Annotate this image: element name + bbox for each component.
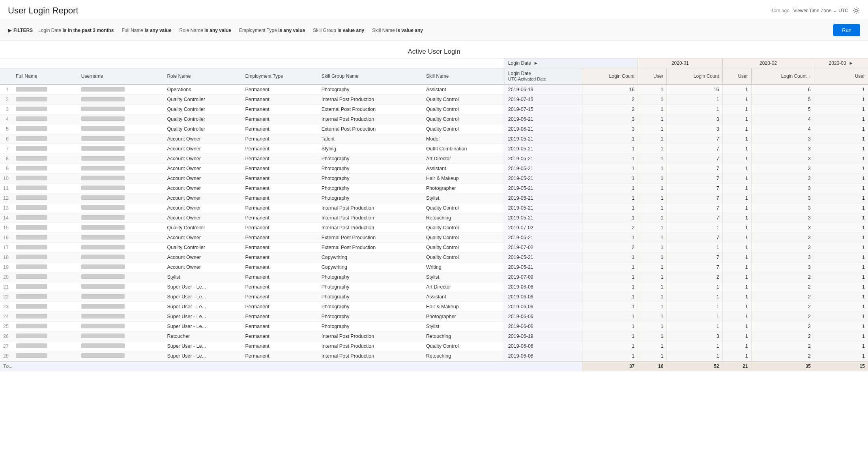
- cell-role: Account Owner: [164, 174, 242, 184]
- cell-m2-u: 1: [722, 302, 751, 312]
- cell-m1-u: 1: [638, 193, 667, 203]
- col-m1-user[interactable]: User: [638, 68, 667, 85]
- cell-m3-u: 1: [814, 144, 868, 154]
- table-row: 8 Account Owner Permanent Photography Ar…: [0, 154, 868, 164]
- col-login-date[interactable]: Login DateUTC Activated Date: [505, 68, 582, 85]
- cell-row-num: 15: [0, 223, 13, 233]
- footer-m1-u: 16: [638, 361, 667, 371]
- cell-row-num: 5: [0, 124, 13, 134]
- cell-row-num: 7: [0, 144, 13, 154]
- cell-login-date: 2019-05-21: [505, 164, 582, 174]
- cell-m2-u: 1: [722, 95, 751, 105]
- nav-arrow-right[interactable]: ►: [534, 60, 539, 66]
- cell-m3-u: 1: [814, 213, 868, 223]
- filter-full-name-op: is any value: [145, 28, 172, 33]
- col-skill-name[interactable]: Skill Name: [423, 68, 505, 85]
- col-m2-lc[interactable]: Login Count: [667, 68, 722, 85]
- filter-full-name-key: Full Name: [122, 28, 145, 33]
- table-row: 26 Retoucher Permanent Internal Post Pro…: [0, 332, 868, 341]
- cell-role: Quality Controller: [164, 105, 242, 114]
- cell-username: [78, 105, 164, 114]
- nav-arrow-right-2[interactable]: ►: [849, 60, 853, 66]
- cell-skill-name: Retouching: [423, 351, 505, 362]
- col-role-name[interactable]: Role Name: [164, 68, 242, 85]
- cell-role: Operations: [164, 84, 242, 95]
- cell-m1-lc: 1: [582, 253, 638, 262]
- cell-skill-group: Photography: [318, 184, 423, 193]
- filter-full-name[interactable]: Full Name is any value: [120, 27, 174, 34]
- cell-login-date: 2019-07-02: [505, 243, 582, 253]
- cell-skill-group: Styling: [318, 144, 423, 154]
- cell-m2-lc: 7: [667, 193, 722, 203]
- filter-emp-type-key: Employment Type: [239, 28, 278, 33]
- cell-m1-u: 1: [638, 203, 667, 213]
- cell-m2-lc: 7: [667, 134, 722, 144]
- col-full-name[interactable]: Full Name: [13, 68, 78, 85]
- cell-full-name: [13, 95, 78, 105]
- cell-role: Account Owner: [164, 203, 242, 213]
- column-header-row: Full Name Username Role Name Employment …: [0, 68, 868, 85]
- cell-m2-u: 1: [722, 105, 751, 114]
- cell-login-date: 2019-06-06: [505, 341, 582, 351]
- run-button[interactable]: Run: [833, 24, 860, 36]
- filter-skill-group[interactable]: Skill Group is value any: [311, 27, 367, 34]
- cell-m2-lc: 3: [667, 332, 722, 341]
- table-row: 6 Account Owner Permanent Talent Model 2…: [0, 134, 868, 144]
- cell-row-num: 8: [0, 154, 13, 164]
- filter-login-date[interactable]: Login Date is in the past 3 months: [36, 27, 116, 34]
- cell-full-name: [13, 84, 78, 95]
- col-username[interactable]: Username: [78, 68, 164, 85]
- col-m3-user[interactable]: User: [814, 68, 868, 85]
- cell-username: [78, 223, 164, 233]
- cell-m1-lc: 2: [582, 223, 638, 233]
- cell-username: [78, 84, 164, 95]
- filter-role-name[interactable]: Role Name is any value: [177, 27, 234, 34]
- cell-row-num: 9: [0, 164, 13, 174]
- settings-gear-icon[interactable]: [852, 7, 860, 15]
- col-emp-type[interactable]: Employment Type: [242, 68, 318, 85]
- cell-m3-lc: 3: [751, 164, 814, 174]
- cell-role: Super User - Le...: [164, 312, 242, 322]
- cell-m1-lc: 1: [582, 262, 638, 272]
- cell-login-date: 2019-05-21: [505, 233, 582, 243]
- cell-m2-lc: 1: [667, 95, 722, 105]
- cell-emp-type: Permanent: [242, 233, 318, 243]
- cell-username: [78, 134, 164, 144]
- table-row: 24 Super User - Le... Permanent Photogra…: [0, 312, 868, 322]
- cell-full-name: [13, 193, 78, 203]
- cell-full-name: [13, 174, 78, 184]
- cell-m2-u: 1: [722, 351, 751, 362]
- cell-m3-u: 1: [814, 302, 868, 312]
- cell-login-date: 2019-06-21: [505, 124, 582, 134]
- col-m1-lc[interactable]: Login Count: [582, 68, 638, 85]
- cell-m3-lc: 3: [751, 174, 814, 184]
- cell-row-num: 12: [0, 193, 13, 203]
- cell-m3-lc: 3: [751, 134, 814, 144]
- col-m3-lc[interactable]: Login Count ↓: [751, 68, 814, 85]
- cell-skill-name: Assistant: [423, 164, 505, 174]
- cell-role: Account Owner: [164, 164, 242, 174]
- cell-m2-u: 1: [722, 312, 751, 322]
- cell-m1-lc: 1: [582, 233, 638, 243]
- filter-employment-type[interactable]: Employment Type Is any value: [237, 27, 307, 34]
- cell-m1-u: 1: [638, 262, 667, 272]
- cell-full-name: [13, 322, 78, 332]
- cell-m1-lc: 1: [582, 193, 638, 203]
- cell-m3-u: 1: [814, 322, 868, 332]
- cell-skill-name: Stylist: [423, 193, 505, 203]
- filter-skill-name[interactable]: Skill Name is value any: [370, 27, 425, 34]
- col-skill-group[interactable]: Skill Group Name: [318, 68, 423, 85]
- col-m2-user[interactable]: User: [722, 68, 751, 85]
- timezone-selector[interactable]: Viewer Time Zone ⌄ UTC: [793, 8, 848, 13]
- cell-emp-type: Permanent: [242, 253, 318, 262]
- cell-m3-u: 1: [814, 272, 868, 282]
- cell-m2-lc: 7: [667, 174, 722, 184]
- cell-skill-group: Photography: [318, 322, 423, 332]
- cell-full-name: [13, 312, 78, 322]
- cell-m2-u: 1: [722, 114, 751, 124]
- cell-full-name: [13, 341, 78, 351]
- cell-skill-group: External Post Production: [318, 233, 423, 243]
- cell-row-num: 28: [0, 351, 13, 362]
- filters-toggle[interactable]: ▶ FILTERS: [8, 28, 33, 33]
- cell-m2-lc: 7: [667, 203, 722, 213]
